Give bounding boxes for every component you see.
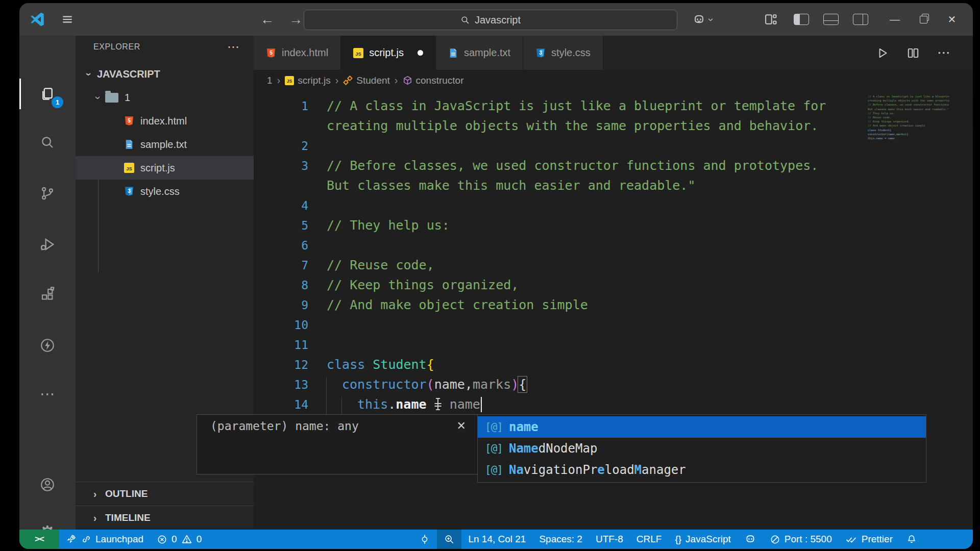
cursor-position[interactable]: Ln 14, Col 21 — [461, 530, 532, 549]
code-line[interactable]: 12class Student{ — [254, 355, 973, 374]
copilot-icon — [744, 533, 756, 545]
remote-indicator[interactable]: >< — [19, 530, 59, 549]
live-server-port[interactable]: Port : 5500 — [763, 530, 839, 549]
copilot-status[interactable] — [738, 530, 763, 549]
explorer-icon[interactable]: 1 — [19, 72, 76, 115]
run-debug-icon[interactable] — [19, 223, 76, 266]
error-icon — [157, 534, 167, 545]
code-text: constructor(name,marks){ — [327, 377, 526, 392]
menu-icon[interactable] — [57, 3, 78, 36]
breadcrumb-folder[interactable]: 1 — [267, 75, 273, 86]
indentation-indicator[interactable]: Spaces: 2 — [532, 530, 589, 549]
code-token — [442, 397, 450, 412]
code-line[interactable]: 1// A class in JavaScript is just like a… — [254, 96, 973, 116]
code-line[interactable]: 13constructor(name,marks){ — [254, 374, 973, 394]
nav-forward-button[interactable]: → — [289, 3, 303, 36]
suggestion-item-navigationpreloadmanager[interactable]: [@] NavigationPreloadManager — [478, 459, 926, 481]
file-row-script-js[interactable]: JS script.js — [76, 156, 254, 180]
language-mode[interactable]: {} JavaScript — [668, 530, 737, 549]
accounts-icon[interactable] — [19, 463, 76, 506]
line-number: 7 — [254, 259, 327, 272]
toggle-primary-sidebar-icon[interactable] — [791, 3, 812, 36]
tab-sample-txt[interactable]: sample.txt — [436, 36, 523, 70]
workspace-root[interactable]: › JAVASCRIPT — [76, 62, 254, 86]
suggestion-item-namednodemap[interactable]: [@] NamedNodeMap — [478, 438, 926, 459]
file-row-sample-txt[interactable]: sample.txt — [76, 133, 254, 156]
folder-row[interactable]: › 1 — [76, 86, 254, 109]
extensions-icon[interactable] — [19, 273, 76, 316]
breadcrumb-file[interactable]: JS script.js — [285, 75, 330, 86]
modified-dot-icon[interactable] — [418, 50, 423, 56]
copilot-icon — [692, 13, 706, 27]
window-restore-button[interactable] — [912, 3, 935, 36]
warning-icon — [181, 534, 192, 545]
code-line[interactable]: 4 — [254, 195, 973, 215]
source-control-icon[interactable] — [19, 172, 76, 215]
code-line[interactable]: 3// Before classes, we used constructor … — [254, 156, 973, 176]
close-icon[interactable]: ✕ — [457, 419, 466, 433]
zoom-indicator[interactable] — [437, 530, 461, 549]
tab-script-js[interactable]: JS script.js — [341, 36, 436, 70]
link-icon — [81, 534, 91, 544]
editor-more-actions-icon[interactable]: ⋯ — [937, 45, 950, 61]
breadcrumb-constructor[interactable]: constructor — [403, 75, 464, 86]
notifications-bell-icon[interactable] — [899, 530, 924, 549]
window-close-button[interactable]: ✕ — [940, 3, 964, 36]
minimap-line: // And make object creation simple — [868, 123, 949, 128]
workspace-label: JAVASCRIPT — [97, 68, 160, 80]
code-line[interactable]: 14this.name = name — [254, 394, 973, 414]
vscode-logo-icon — [29, 3, 46, 36]
toggle-secondary-sidebar-icon[interactable] — [850, 3, 871, 36]
code-line[interactable]: 5// They help us: — [254, 215, 973, 235]
suggestion-text: name — [509, 420, 538, 434]
copilot-menu[interactable]: › — [692, 3, 715, 36]
code-line[interactable]: But classes make this much easier and re… — [254, 176, 973, 195]
minimap[interactable]: // A class in JavaScript is just like a … — [868, 94, 949, 151]
timeline-section[interactable]: › TIMELINE — [76, 506, 254, 530]
split-editor-icon[interactable] — [906, 46, 920, 60]
outline-section[interactable]: › OUTLINE — [76, 482, 254, 506]
more-actions-icon[interactable]: ⋯ — [19, 372, 76, 415]
launchpad-button[interactable]: Launchpad — [59, 530, 150, 549]
code-line[interactable]: 9// And make object creation simple — [254, 295, 973, 315]
code-text: // A class in JavaScript is just like a … — [327, 98, 826, 113]
command-center-search[interactable]: Javascript — [304, 10, 677, 30]
code-line[interactable]: 8// Keep things organized, — [254, 275, 973, 295]
formatter-prettier[interactable]: Prettier — [839, 530, 899, 549]
window-minimize-button[interactable]: — — [883, 3, 906, 36]
nav-back-button[interactable]: ← — [260, 3, 274, 36]
chevron-expanded-icon: › — [92, 93, 104, 102]
line-number: 6 — [254, 239, 327, 252]
code-line[interactable]: creating multiple objects with the same … — [254, 116, 973, 136]
encoding-indicator[interactable]: UTF-8 — [589, 530, 630, 549]
toggle-panel-icon[interactable] — [821, 3, 841, 36]
js-file-icon: JS — [285, 76, 294, 85]
file-tree: › JAVASCRIPT › 1 5 index.html sample.txt… — [76, 62, 254, 203]
explorer-more-actions-icon[interactable]: ⋯ — [227, 40, 239, 54]
file-row-style-css[interactable]: 3 style.css — [76, 180, 254, 203]
code-line[interactable]: 10 — [254, 315, 973, 335]
code-line[interactable]: 2 — [254, 136, 973, 156]
search-view-icon[interactable] — [19, 121, 76, 164]
tab-index-html[interactable]: 5 index.html — [254, 36, 341, 70]
column-selection-indicator[interactable] — [412, 530, 437, 549]
tab-style-css[interactable]: 3 style.css — [523, 36, 603, 70]
customize-layout-icon[interactable] — [761, 3, 781, 36]
code-line[interactable]: 11 — [254, 335, 973, 355]
symbol-constructor-icon — [403, 76, 412, 85]
tab-label: index.html — [282, 47, 328, 59]
file-row-index-html[interactable]: 5 index.html — [76, 109, 254, 133]
eol-indicator[interactable]: CRLF — [630, 530, 669, 549]
live-server-icon[interactable] — [19, 324, 76, 367]
status-bar: >< Launchpad 0 0 Ln 14, Col 21 Spaces: 2… — [19, 530, 973, 549]
code-line[interactable]: 7// Reuse code, — [254, 255, 973, 275]
suggestion-text: vigationPr — [524, 463, 598, 477]
run-code-icon[interactable] — [876, 46, 889, 60]
code-text: this.name = name — [327, 397, 482, 412]
code-line[interactable]: 6 — [254, 235, 973, 255]
circle-slash-icon — [770, 534, 780, 545]
suggestion-item-name[interactable]: [@] name — [478, 416, 926, 438]
errors-warnings[interactable]: 0 0 — [150, 530, 208, 549]
breadcrumb-class[interactable]: Student — [343, 75, 390, 86]
breadcrumb-separator: › — [277, 74, 281, 86]
